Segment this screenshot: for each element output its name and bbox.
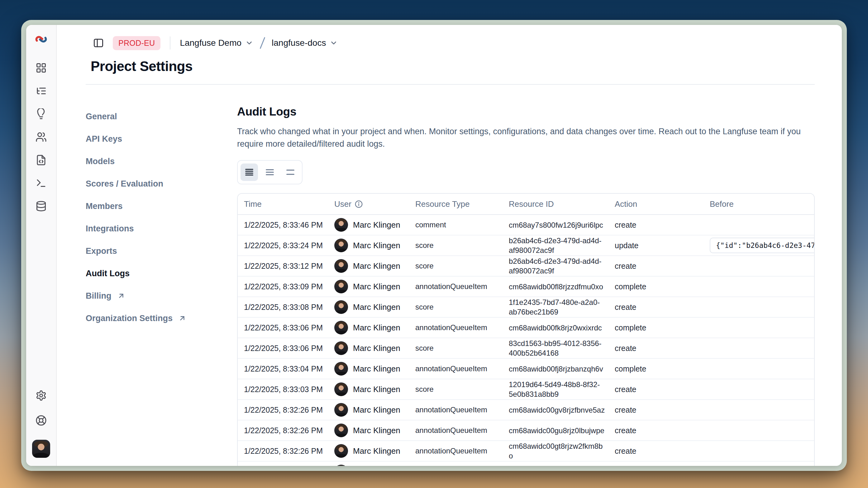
column-header-resource-type[interactable]: Resource Type xyxy=(409,199,502,209)
user-avatar xyxy=(334,362,348,376)
user-avatar xyxy=(334,383,348,396)
breadcrumb-divider xyxy=(170,36,170,50)
org-name: Langfuse Demo xyxy=(180,38,242,48)
table-row[interactable]: 1/22/2025, 8:33:03 PM Marc Klingen score… xyxy=(238,379,814,400)
settings-nav-general[interactable]: General xyxy=(86,105,237,128)
page-title: Project Settings xyxy=(91,59,815,74)
settings-nav-audit-logs[interactable]: Audit Logs xyxy=(86,262,237,285)
project-name: langfuse-docs xyxy=(272,38,326,48)
column-header-before[interactable]: Before xyxy=(704,199,814,209)
rail-bottom xyxy=(32,390,50,458)
users-icon[interactable] xyxy=(35,131,47,143)
project-selector[interactable]: langfuse-docs xyxy=(272,38,338,48)
table-row[interactable]: 1/22/2025, 8:33:46 PM Marc Klingen comme… xyxy=(238,215,814,235)
user-avatar xyxy=(334,238,348,252)
table-row[interactable]: 1/22/2025, 8:33:12 PM Marc Klingen score… xyxy=(238,256,814,276)
support-lifebuoy-icon[interactable] xyxy=(35,415,47,426)
user-avatar xyxy=(334,403,348,417)
org-selector[interactable]: Langfuse Demo xyxy=(180,38,253,48)
table-row[interactable]: 1/22/2025, 8:32:26 PM Marc Klingen annot… xyxy=(238,420,814,441)
settings-gear-icon[interactable] xyxy=(35,390,47,401)
chevron-down-icon xyxy=(330,39,338,47)
settings-nav-exports[interactable]: Exports xyxy=(86,240,237,262)
settings-nav-organization-settings[interactable]: Organization Settings xyxy=(86,307,237,329)
table-row[interactable]: 1/22/2025, 8:33:04 PM Marc Klingen annot… xyxy=(238,359,814,379)
table-row[interactable]: 1/22/2025, 8:33:06 PM Marc Klingen score… xyxy=(238,338,814,359)
breadcrumb: PROD-EU Langfuse Demo langfuse-docs xyxy=(93,35,815,51)
environment-badge[interactable]: PROD-EU xyxy=(113,36,160,50)
dashboard-grid-icon[interactable] xyxy=(35,62,47,73)
langfuse-app: PROD-EU Langfuse Demo langfuse-docs Proj… xyxy=(26,25,842,466)
row-density-toggle-group xyxy=(237,160,303,184)
main-pane: PROD-EU Langfuse Demo langfuse-docs Proj… xyxy=(57,25,842,466)
user-avatar xyxy=(334,465,348,466)
rail-nav xyxy=(35,62,47,212)
user-avatar xyxy=(334,259,348,273)
tracing-list-tree-icon[interactable] xyxy=(35,85,47,97)
table-row[interactable]: 1/22/2025, 8:32:26 PM Marc Klingen annot… xyxy=(238,441,814,461)
audit-logs-title: Audit Logs xyxy=(237,105,815,118)
density-relaxed-button[interactable] xyxy=(282,163,299,181)
table-row[interactable]: 1/22/2025, 8:33:08 PM Marc Klingen score… xyxy=(238,297,814,318)
app-window: PROD-EU Langfuse Demo langfuse-docs Proj… xyxy=(21,20,847,471)
column-header-time[interactable]: Time xyxy=(238,199,328,209)
datasets-file-code-icon[interactable] xyxy=(35,155,47,166)
before-json-preview[interactable]: {"id":"b26ab4c6-d2e3-479d-a xyxy=(710,238,814,253)
user-avatar xyxy=(334,341,348,355)
settings-nav-api-keys[interactable]: API Keys xyxy=(86,128,237,150)
external-link-icon xyxy=(178,314,186,322)
prompts-lightbulb-icon[interactable] xyxy=(35,108,47,120)
chevron-down-icon xyxy=(245,39,253,47)
sidebar-toggle-icon[interactable] xyxy=(93,37,104,48)
header-divider xyxy=(86,84,815,85)
column-header-action[interactable]: Action xyxy=(609,199,704,209)
user-avatar xyxy=(334,444,348,458)
column-header-resource-id[interactable]: Resource ID xyxy=(502,199,609,209)
audit-logs-table: Time User Resource Type Resource ID Acti… xyxy=(237,193,815,466)
settings-nav-members[interactable]: Members xyxy=(86,195,237,217)
breadcrumb-slash xyxy=(260,37,266,49)
settings-nav-billing[interactable]: Billing xyxy=(86,285,237,307)
table-header-row: Time User Resource Type Resource ID Acti… xyxy=(238,194,814,215)
info-icon[interactable] xyxy=(354,200,363,208)
settings-nav: General API Keys Models Scores / Evaluat… xyxy=(86,105,237,466)
user-avatar xyxy=(334,218,348,232)
user-avatar xyxy=(334,300,348,314)
settings-nav-scores-evaluation[interactable]: Scores / Evaluation xyxy=(86,172,237,195)
table-row[interactable]: 1/22/2025, 8:33:06 PM Marc Klingen annot… xyxy=(238,318,814,338)
table-row[interactable]: 1/22/2025, 8:33:09 PM Marc Klingen annot… xyxy=(238,276,814,297)
user-avatar xyxy=(334,280,348,293)
user-avatar xyxy=(334,321,348,334)
user-avatar[interactable] xyxy=(32,440,50,458)
settings-nav-integrations[interactable]: Integrations xyxy=(86,217,237,240)
settings-nav-models[interactable]: Models xyxy=(86,150,237,172)
external-link-icon xyxy=(117,292,125,300)
icon-rail xyxy=(26,25,57,466)
table-row[interactable]: 1/22/2025, 8:32:26 PM Marc Klingen annot… xyxy=(238,461,814,466)
database-icon[interactable] xyxy=(35,201,47,212)
table-row[interactable]: 1/22/2025, 8:32:26 PM Marc Klingen annot… xyxy=(238,400,814,420)
audit-logs-description: Track who changed what in your project a… xyxy=(237,125,807,150)
audit-logs-section: Audit Logs Track who changed what in you… xyxy=(237,105,815,466)
column-header-user[interactable]: User xyxy=(328,199,409,209)
user-avatar xyxy=(334,424,348,437)
table-row[interactable]: 1/22/2025, 8:33:24 PM Marc Klingen score… xyxy=(238,235,814,256)
density-comfortable-button[interactable] xyxy=(261,163,279,181)
density-compact-button[interactable] xyxy=(241,163,258,181)
langfuse-logo-icon[interactable] xyxy=(34,34,48,44)
playground-terminal-icon[interactable] xyxy=(35,177,47,189)
